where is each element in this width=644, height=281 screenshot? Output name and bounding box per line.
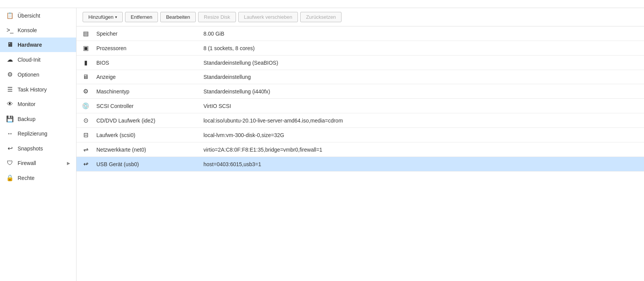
speicher-icon: ▤ bbox=[76, 26, 91, 41]
sidebar-label-replizierung: Replizierung bbox=[18, 131, 47, 137]
bearbeiten-label: Bearbeiten bbox=[166, 14, 190, 20]
cd-dvd-value: local:iso/ubuntu-20.10-live-server-amd64… bbox=[198, 113, 644, 128]
hardware-table-wrapper: ▤Speicher8.00 GiB▣Prozessoren8 (1 socket… bbox=[76, 26, 644, 281]
sidebar-label-backup: Backup bbox=[18, 116, 36, 122]
resize-disk-label: Resize Disk bbox=[204, 14, 230, 20]
anzeige-name: Anzeige bbox=[91, 70, 198, 84]
snapshots-icon: ↩ bbox=[6, 145, 14, 152]
table-row[interactable]: ▮BIOSStandardeinstellung (SeaBIOS) bbox=[76, 56, 644, 70]
anzeige-value: Standardeinstellung bbox=[198, 70, 644, 84]
table-row[interactable]: ⇌Netzwerkkarte (net0)virtio=2A:C8:0F:F8:… bbox=[76, 142, 644, 157]
speicher-name: Speicher bbox=[91, 26, 198, 41]
entfernen-button[interactable]: Entfernen bbox=[125, 12, 158, 22]
laufwerk-verschieben-label: Laufwerk verschieben bbox=[244, 14, 292, 20]
bearbeiten-button[interactable]: Bearbeiten bbox=[160, 12, 196, 22]
sidebar-item-monitor[interactable]: 👁Monitor bbox=[0, 97, 76, 111]
usb-geraet-icon: ↫ bbox=[76, 157, 91, 172]
sidebar-label-uebersicht: Übersicht bbox=[18, 13, 40, 19]
sidebar-item-optionen[interactable]: ⚙Optionen bbox=[0, 67, 76, 82]
sidebar-item-hardware[interactable]: 🖥Hardware bbox=[0, 38, 76, 52]
laufwerk-name: Laufwerk (scsi0) bbox=[91, 128, 198, 142]
cd-dvd-icon: ⊙ bbox=[76, 113, 91, 128]
maschinentyp-icon: ⚙ bbox=[76, 84, 91, 99]
cd-dvd-name: CD/DVD Laufwerk (ide2) bbox=[91, 113, 198, 128]
netzwerkkarte-name: Netzwerkkarte (net0) bbox=[91, 142, 198, 157]
sidebar-item-snapshots[interactable]: ↩Snapshots bbox=[0, 141, 76, 156]
table-row[interactable]: ▤Speicher8.00 GiB bbox=[76, 26, 644, 41]
hinzufuegen-label: Hinzufügen bbox=[88, 14, 114, 20]
table-row[interactable]: ⊟Laufwerk (scsi0)local-lvm:vm-300-disk-0… bbox=[76, 128, 644, 142]
sidebar-label-snapshots: Snapshots bbox=[18, 145, 43, 152]
table-row[interactable]: 🖥AnzeigeStandardeinstellung bbox=[76, 70, 644, 84]
sidebar-label-rechte: Rechte bbox=[18, 175, 34, 181]
sidebar-item-firewall[interactable]: 🛡Firewall▶ bbox=[0, 156, 76, 170]
content-area: Hinzufügen▾EntfernenBearbeitenResize Dis… bbox=[76, 8, 644, 281]
usb-geraet-name: USB Gerät (usb0) bbox=[91, 157, 198, 172]
sidebar-item-cloud-init[interactable]: ☁Cloud-Init bbox=[0, 52, 76, 67]
chevron-icon: ▶ bbox=[67, 161, 70, 166]
sidebar-label-firewall: Firewall bbox=[18, 160, 36, 166]
sidebar-item-task-history[interactable]: ☰Task History bbox=[0, 82, 76, 97]
sidebar-label-optionen: Optionen bbox=[18, 72, 39, 78]
rechte-icon: 🔒 bbox=[6, 174, 14, 181]
monitor-icon: 👁 bbox=[6, 101, 14, 108]
entfernen-label: Entfernen bbox=[131, 14, 152, 20]
sidebar-label-task-history: Task History bbox=[18, 87, 47, 93]
hardware-table: ▤Speicher8.00 GiB▣Prozessoren8 (1 socket… bbox=[76, 26, 644, 172]
table-row[interactable]: 💿SCSI ControllerVirtIO SCSI bbox=[76, 99, 644, 113]
backup-icon: 💾 bbox=[6, 115, 14, 123]
sidebar-item-konsole[interactable]: >_Konsole bbox=[0, 23, 76, 38]
hardware-icon: 🖥 bbox=[6, 41, 14, 48]
sidebar-item-uebersicht[interactable]: 📋Übersicht bbox=[0, 8, 76, 23]
table-row[interactable]: ⚙MaschinentypStandardeinstellung (i440fx… bbox=[76, 84, 644, 99]
prozessoren-name: Prozessoren bbox=[91, 41, 198, 56]
netzwerkkarte-icon: ⇌ bbox=[76, 142, 91, 157]
sidebar-label-konsole: Konsole bbox=[18, 27, 37, 33]
scsi-controller-icon: 💿 bbox=[76, 99, 91, 113]
usb-geraet-value: host=0403:6015,usb3=1 bbox=[198, 157, 644, 172]
dropdown-arrow-icon: ▾ bbox=[115, 15, 117, 19]
prozessoren-icon: ▣ bbox=[76, 41, 91, 56]
sidebar-item-replizierung[interactable]: ↔Replizierung bbox=[0, 126, 76, 141]
sidebar: 📋Übersicht>_Konsole🖥Hardware☁Cloud-Init⚙… bbox=[0, 8, 76, 281]
resize-disk-button: Resize Disk bbox=[198, 12, 236, 22]
title-bar bbox=[0, 0, 644, 8]
maschinentyp-name: Maschinentyp bbox=[91, 84, 198, 99]
laufwerk-verschieben-button: Laufwerk verschieben bbox=[238, 12, 298, 22]
maschinentyp-value: Standardeinstellung (i440fx) bbox=[198, 84, 644, 99]
sidebar-label-hardware: Hardware bbox=[18, 42, 42, 48]
prozessoren-value: 8 (1 sockets, 8 cores) bbox=[198, 41, 644, 56]
table-row[interactable]: ▣Prozessoren8 (1 sockets, 8 cores) bbox=[76, 41, 644, 56]
zuruecksetzen-label: Zurücksetzen bbox=[306, 14, 336, 20]
uebersicht-icon: 📋 bbox=[6, 12, 14, 19]
konsole-icon: >_ bbox=[6, 27, 14, 34]
page-wrapper: 📋Übersicht>_Konsole🖥Hardware☁Cloud-Init⚙… bbox=[0, 0, 644, 281]
netzwerkkarte-value: virtio=2A:C8:0F:F8:E1:35,bridge=vmbr0,fi… bbox=[198, 142, 644, 157]
sidebar-label-monitor: Monitor bbox=[18, 101, 36, 107]
bios-value: Standardeinstellung (SeaBIOS) bbox=[198, 56, 644, 70]
hinzufuegen-button[interactable]: Hinzufügen▾ bbox=[83, 12, 123, 22]
bios-icon: ▮ bbox=[76, 56, 91, 70]
optionen-icon: ⚙ bbox=[6, 71, 14, 78]
sidebar-item-backup[interactable]: 💾Backup bbox=[0, 111, 76, 126]
replizierung-icon: ↔ bbox=[6, 130, 14, 137]
main-layout: 📋Übersicht>_Konsole🖥Hardware☁Cloud-Init⚙… bbox=[0, 8, 644, 281]
table-row[interactable]: ↫USB Gerät (usb0)host=0403:6015,usb3=1 bbox=[76, 157, 644, 172]
anzeige-icon: 🖥 bbox=[76, 70, 91, 84]
scsi-controller-value: VirtIO SCSI bbox=[198, 99, 644, 113]
cloud-init-icon: ☁ bbox=[6, 56, 14, 63]
task-history-icon: ☰ bbox=[6, 86, 14, 93]
scsi-controller-name: SCSI Controller bbox=[91, 99, 198, 113]
toolbar: Hinzufügen▾EntfernenBearbeitenResize Dis… bbox=[76, 8, 644, 26]
speicher-value: 8.00 GiB bbox=[198, 26, 644, 41]
sidebar-item-rechte[interactable]: 🔒Rechte bbox=[0, 170, 76, 185]
bios-name: BIOS bbox=[91, 56, 198, 70]
laufwerk-icon: ⊟ bbox=[76, 128, 91, 142]
laufwerk-value: local-lvm:vm-300-disk-0,size=32G bbox=[198, 128, 644, 142]
table-row[interactable]: ⊙CD/DVD Laufwerk (ide2)local:iso/ubuntu-… bbox=[76, 113, 644, 128]
firewall-icon: 🛡 bbox=[6, 160, 14, 167]
zuruecksetzen-button: Zurücksetzen bbox=[300, 12, 342, 22]
sidebar-label-cloud-init: Cloud-Init bbox=[18, 57, 41, 63]
